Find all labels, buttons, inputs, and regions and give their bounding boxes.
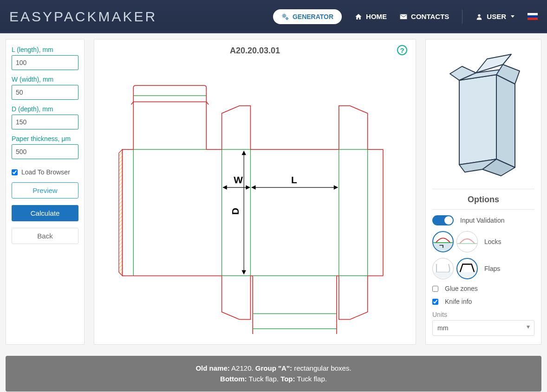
generator-button[interactable]: GENERATOR (273, 9, 342, 24)
dim-L-label: L (291, 174, 297, 185)
flaps-label: Flaps (484, 265, 500, 272)
sidebar-left: L (length), mm W (width), mm D (depth), … (6, 39, 85, 345)
load-to-browser-label: Load To Browser (21, 168, 70, 176)
nav-contacts[interactable]: CONTACTS (400, 13, 449, 20)
nav-home-label: HOME (366, 13, 387, 20)
user-icon (475, 13, 483, 20)
svg-point-0 (283, 15, 285, 17)
svg-marker-24 (334, 186, 338, 189)
old-name-label: Old name: (195, 364, 229, 372)
lock-style-1-button[interactable] (432, 231, 454, 252)
knife-info-checkbox[interactable] (432, 299, 438, 305)
divider (432, 189, 534, 189)
home-icon (355, 13, 362, 20)
calculate-button[interactable]: Calculate (12, 205, 78, 221)
nav-divider (462, 10, 462, 24)
dieline-preview: W L D (98, 60, 412, 334)
svg-marker-23 (252, 186, 255, 189)
glue-zones-label: Glue zones (445, 285, 478, 292)
sidebar-right: Options Input Validation Locks (425, 39, 541, 345)
flap-style-1-button[interactable] (432, 258, 454, 279)
depth-label: D (depth), mm (12, 105, 78, 113)
group-value: rectangular boxes. (294, 364, 351, 372)
load-to-browser-checkbox[interactable] (12, 169, 18, 175)
box-3d-preview (432, 46, 534, 185)
knife-info-label: Knife info (445, 298, 472, 305)
svg-point-1 (286, 18, 287, 19)
help-icon[interactable]: ? (397, 45, 407, 55)
units-select[interactable]: mm (432, 320, 534, 336)
back-button[interactable]: Back (12, 228, 78, 244)
locks-label: Locks (484, 238, 501, 245)
gears-icon (281, 13, 289, 20)
group-label: Group "A": (255, 364, 292, 372)
thickness-input[interactable] (12, 144, 78, 159)
thickness-label: Paper thickness, μm (12, 135, 78, 142)
bottom-value: Tuck flap. (249, 375, 279, 383)
length-input[interactable] (12, 55, 78, 70)
width-input[interactable] (12, 85, 78, 100)
envelope-icon (400, 13, 407, 20)
units-label: Units (432, 311, 534, 318)
old-name-value: A2120. (231, 364, 254, 372)
options-title: Options (432, 195, 534, 205)
svg-rect-32 (458, 272, 476, 277)
navbar: EasyPackMaker GENERATOR HOME CONTACTS US… (0, 0, 547, 33)
template-code: A20.20.03.01 (98, 46, 412, 56)
width-label: W (width), mm (12, 76, 78, 83)
bottom-label: Bottom: (220, 375, 247, 383)
nav-user[interactable]: USER (475, 13, 514, 20)
flap-style-2-button[interactable] (456, 258, 478, 279)
preview-button[interactable]: Preview (12, 182, 78, 199)
svg-point-3 (478, 14, 481, 16)
divider (432, 209, 534, 210)
flag-ru-icon[interactable] (527, 13, 538, 20)
footer-info: Old name: A2120. Group "A": rectangular … (6, 356, 541, 392)
top-value: Tuck flap. (297, 375, 326, 383)
input-validation-toggle[interactable] (432, 215, 454, 225)
svg-marker-21 (246, 186, 250, 189)
generator-label: GENERATOR (293, 13, 333, 20)
input-validation-label: Input Validation (460, 217, 504, 224)
depth-input[interactable] (12, 115, 78, 129)
top-label: Top: (280, 375, 295, 383)
nav-user-label: USER (487, 13, 506, 20)
brand-logo: EasyPackMaker (9, 9, 157, 25)
svg-marker-20 (223, 186, 227, 189)
main-container: L (length), mm W (width), mm D (depth), … (0, 33, 547, 350)
nav-home[interactable]: HOME (355, 13, 387, 20)
preview-panel: A20.20.03.01 ? (94, 39, 416, 345)
glue-zones-checkbox[interactable] (432, 286, 438, 292)
nav-right: GENERATOR HOME CONTACTS USER (273, 9, 538, 24)
svg-marker-27 (242, 270, 246, 274)
nav-contacts-label: CONTACTS (411, 13, 449, 20)
chevron-down-icon (511, 15, 514, 18)
dim-D-label: D (230, 208, 241, 215)
svg-rect-31 (434, 272, 452, 278)
lock-style-2-button[interactable] (456, 231, 478, 252)
svg-rect-2 (400, 14, 406, 19)
dim-W-label: W (234, 174, 243, 185)
svg-marker-26 (242, 151, 246, 155)
length-label: L (length), mm (12, 46, 78, 53)
